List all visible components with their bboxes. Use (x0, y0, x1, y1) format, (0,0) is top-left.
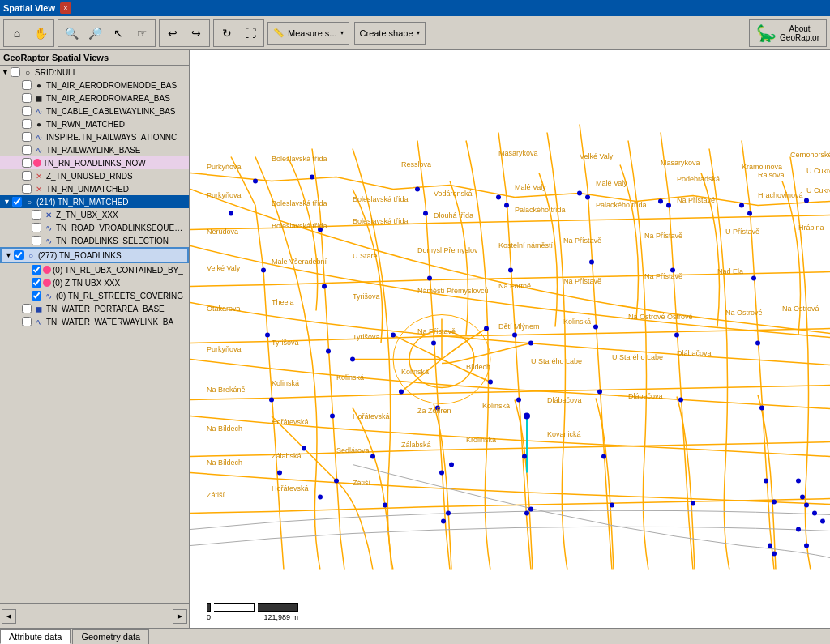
sidebar-scroll[interactable]: ▼ ○ SRID:NULL ● TN_AIR_AERODROMENODE_BAS… (0, 66, 189, 603)
svg-point-43 (488, 380, 493, 385)
checkbox[interactable] (22, 304, 32, 313)
nav-tool-group: ⌂ ✋ (3, 19, 54, 47)
tree-item-tn-rwn-matched[interactable]: ● TN_RWN_MATCHED (0, 117, 189, 130)
svg-point-39 (751, 276, 756, 281)
svg-point-37 (678, 398, 683, 403)
layer-label: TN_RWN_MATCHED (46, 120, 187, 129)
forward-button[interactable]: ↪ (185, 22, 208, 45)
svg-text:Bíldech: Bíldech (466, 363, 490, 371)
about-button[interactable]: 🦕 About GeoRaptor (749, 19, 827, 47)
checkbox[interactable] (32, 223, 41, 232)
svg-text:Purkyňova: Purkyňova (207, 345, 242, 353)
create-shape-button[interactable]: Create shape ▾ (354, 22, 426, 45)
zoom-in-button[interactable]: 🔍 (60, 22, 83, 45)
tab-attribute-data[interactable]: Attribute data (0, 629, 71, 644)
svg-text:Male Všeradební: Male Všeradební (272, 258, 327, 266)
checkbox[interactable] (22, 184, 32, 194)
checkbox[interactable] (22, 145, 32, 155)
measure-button[interactable]: 📏 Measure s... ▾ (267, 22, 349, 45)
layer-icon: ● (33, 118, 45, 130)
georaptor-icon: 🦕 (756, 23, 777, 43)
svg-point-12 (265, 333, 270, 338)
svg-text:Theela: Theela (272, 298, 294, 306)
tree-item-tn-roadlinks-selection[interactable]: ∿ TN_ROADLINKS_SELECTION (0, 234, 189, 247)
svg-point-61 (812, 511, 817, 516)
expand-icon[interactable]: ▼ (5, 251, 13, 259)
checkbox[interactable] (32, 265, 41, 275)
svg-point-67 (768, 544, 772, 548)
close-button[interactable]: × (60, 2, 71, 14)
home-button[interactable]: ⌂ (6, 22, 28, 45)
svg-point-9 (804, 198, 809, 203)
expand-icon[interactable]: ▼ (2, 68, 10, 76)
tree-item-inspire-tn-railwaystation[interactable]: ∿ INSPIRE.TN_RAILWAYSTATIONNC (0, 130, 189, 143)
checkbox[interactable] (22, 132, 32, 142)
svg-text:Velké Valy: Velké Valy (580, 152, 614, 160)
tree-item-tn-railwaylink-base[interactable]: ∿ TN_RAILWAYLINK_BASE (0, 143, 189, 156)
tree-item-tn-water-waterwaylink[interactable]: ∿ TN_WATER_WATERWAYLINK_BA (0, 315, 189, 328)
svg-point-42 (391, 333, 396, 338)
tree-item-tn-roadlinks-group[interactable]: ▼ ○ (277) TN_ROADLINKS (0, 247, 189, 263)
tree-item-tn-ubx-xxx-2[interactable]: (0) Z TN UBX XXX (0, 276, 189, 289)
tree-item-tn-air-aerodromarea[interactable]: ◼ TN_AIR_AERODROMAREA_BAS (0, 92, 189, 104)
svg-point-13 (269, 398, 274, 403)
zoom-out-button[interactable]: 🔎 (83, 22, 106, 45)
tree-item-tn-air-aerodromenode[interactable]: ● TN_AIR_AERODROMENODE_BAS (0, 79, 189, 92)
checkbox[interactable] (22, 317, 32, 326)
svg-text:Kovanická: Kovanická (547, 430, 581, 438)
checkbox[interactable] (32, 291, 41, 301)
bottom-panel: Attribute data Geometry data ROWID LOCAL… (0, 628, 830, 644)
tree-item-tn-rn-matched-group[interactable]: ▼ ○ (214) TN_RN_MATCHED (0, 195, 189, 208)
refresh-button[interactable]: ↻ (216, 22, 238, 45)
line-icon: ∿ (33, 131, 45, 143)
sidebar-next-button[interactable]: ► (173, 609, 187, 624)
checkbox[interactable] (14, 250, 24, 260)
svg-text:U Stare: U Stare (353, 252, 378, 260)
svg-text:Hrachovínová: Hrachovínová (758, 191, 803, 199)
back-button[interactable]: ↩ (161, 22, 184, 45)
fullextent-button[interactable]: ⛶ (239, 22, 262, 45)
svg-point-18 (330, 414, 335, 419)
srid-null-label: SRID:NULL (35, 68, 187, 77)
checkbox[interactable] (12, 197, 22, 207)
tree-item-tn-rl-streets-covering[interactable]: ∿ (0) TN_RL_STREETS_COVERING (0, 289, 189, 302)
checkbox[interactable] (22, 158, 32, 168)
layer-label: (277) TN_ROADLINKS (38, 251, 186, 260)
checkbox[interactable] (22, 93, 32, 103)
zoom-select-button[interactable]: ↖ (107, 22, 130, 45)
map-svg: Purkyňova Boleslavská třída Resslova Mas… (190, 50, 830, 628)
line-icon: ∿ (33, 105, 45, 117)
svg-point-17 (326, 349, 331, 354)
svg-text:Na Bíldech: Na Bíldech (207, 458, 242, 467)
checkbox[interactable] (22, 106, 32, 116)
checkbox[interactable] (22, 171, 32, 181)
tree-item-tn-road-vroadlinksequence[interactable]: ∿ TN_ROAD_VROADLINKSEQUENCE (0, 221, 189, 234)
tree-item-tn-rn-roadlinks-now[interactable]: TN_RN_ROADLINKS_NOW (0, 156, 189, 169)
tree-item-z-tn-unused-rnds[interactable]: ✕ Z_TN_UNUSED_RNDS (0, 169, 189, 182)
tree-item-tn-rn-unmatched[interactable]: ✕ TN_RN_UNMATCHED (0, 182, 189, 195)
checkbox[interactable] (22, 80, 32, 90)
expand-icon[interactable]: ▼ (3, 198, 11, 206)
tree-item-srid-null[interactable]: ▼ ○ SRID:NULL (0, 66, 189, 79)
checkbox[interactable] (32, 236, 41, 245)
tree-item-z-tn-ubx-xxx[interactable]: ✕ Z_TN_UBX_XXX (0, 208, 189, 221)
svg-point-60 (804, 503, 809, 508)
svg-text:Na Brekáně: Na Brekáně (207, 386, 246, 394)
svg-text:Na Přístavě: Na Přístavě (644, 232, 682, 240)
pan-button[interactable]: ✋ (29, 22, 52, 45)
checkbox[interactable] (32, 278, 41, 288)
tab-geometry-data[interactable]: Geometry data (72, 629, 149, 644)
hand-button[interactable]: ☞ (130, 22, 153, 45)
sidebar-prev-button[interactable]: ◄ (2, 609, 16, 624)
tree-item-tn-rl-ubx-contained[interactable]: (0) TN_RL_UBX_CONTAINED_BY_ (0, 263, 189, 276)
checkbox[interactable] (32, 210, 41, 220)
checkbox[interactable] (22, 119, 32, 129)
sidebar-bottom: ◄ ► (0, 603, 189, 628)
svg-text:Nerudova: Nerudova (207, 228, 238, 236)
tree-item-tn-water-portarea[interactable]: ◼ TN_WATER_PORTAREA_BASE (0, 302, 189, 315)
srid-null-checkbox[interactable] (11, 67, 20, 77)
svg-point-14 (277, 471, 282, 476)
svg-point-58 (796, 479, 801, 484)
map-area[interactable]: Purkyňova Boleslavská třída Resslova Mas… (190, 50, 830, 628)
tree-item-tn-cable-cablewaylink[interactable]: ∿ TN_CABLE_CABLEWAYLINK_BAS (0, 104, 189, 117)
